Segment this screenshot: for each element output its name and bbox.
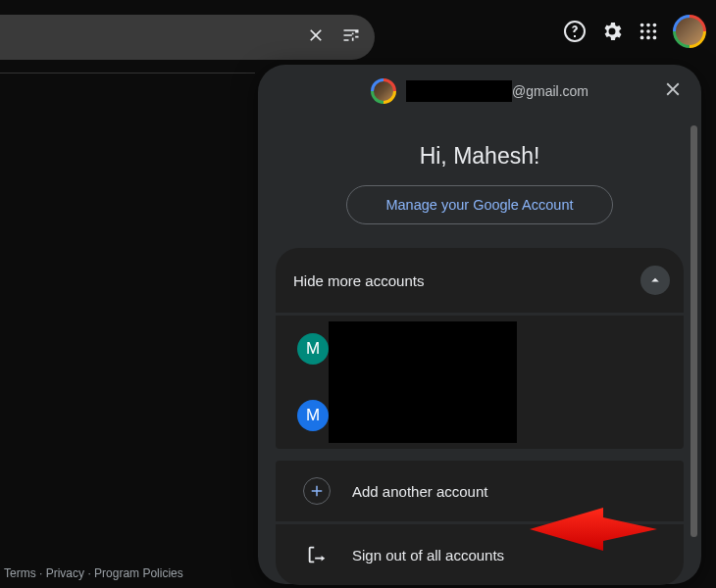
- svg-point-6: [640, 36, 644, 40]
- svg-point-1: [646, 24, 650, 27]
- add-account-label: Add another account: [352, 483, 487, 500]
- account-panel: @gmail.com Hi, Mahesh! Manage your Googl…: [258, 65, 701, 584]
- apps-grid-icon[interactable]: [638, 21, 659, 42]
- close-panel-icon[interactable]: [662, 78, 684, 104]
- clear-search-icon[interactable]: [306, 25, 326, 49]
- account-avatar-initial: M: [297, 400, 329, 431]
- help-icon[interactable]: [563, 20, 587, 43]
- add-account-button[interactable]: Add another account: [276, 461, 684, 521]
- tune-icon[interactable]: [341, 25, 361, 49]
- svg-point-0: [640, 24, 644, 27]
- svg-point-2: [653, 24, 657, 27]
- account-avatar-initial: M: [297, 333, 329, 365]
- profile-avatar[interactable]: [673, 15, 706, 48]
- plus-icon: [303, 477, 331, 505]
- redacted-email-local: [406, 80, 512, 102]
- toggle-accounts-label: Hide more accounts: [293, 272, 424, 289]
- accounts-card: Hide more accounts M M: [276, 248, 684, 449]
- footer-program-link[interactable]: Program Policies: [94, 566, 183, 580]
- logout-icon: [303, 544, 331, 565]
- header-avatar: [371, 78, 396, 104]
- account-list: M M: [276, 316, 684, 449]
- divider: [0, 73, 255, 74]
- sign-out-label: Sign out of all accounts: [352, 547, 504, 564]
- svg-point-5: [653, 29, 657, 33]
- manage-account-button[interactable]: Manage your Google Account: [346, 185, 613, 224]
- toggle-accounts-button[interactable]: Hide more accounts: [276, 248, 684, 313]
- scrollbar[interactable]: [690, 125, 697, 537]
- chevron-up-icon: [640, 266, 670, 295]
- search-bar[interactable]: [0, 15, 375, 60]
- svg-point-7: [646, 36, 650, 40]
- svg-point-4: [646, 29, 650, 33]
- footer-terms-link[interactable]: Terms: [4, 566, 36, 580]
- sign-out-all-button[interactable]: Sign out of all accounts: [276, 524, 684, 585]
- svg-point-3: [640, 29, 644, 33]
- email-domain: @gmail.com: [512, 83, 588, 99]
- greeting-text: Hi, Mahesh!: [258, 143, 701, 170]
- settings-gear-icon[interactable]: [600, 20, 624, 43]
- footer-links: Terms · Privacy · Program Policies: [4, 566, 183, 580]
- panel-header: @gmail.com: [258, 65, 701, 118]
- top-bar: [0, 0, 716, 59]
- redacted-account-info: [329, 321, 517, 443]
- footer-privacy-link[interactable]: Privacy: [46, 566, 84, 580]
- svg-point-8: [653, 36, 657, 40]
- actions-card: Add another account Sign out of all acco…: [276, 461, 684, 585]
- current-email: @gmail.com: [406, 80, 588, 102]
